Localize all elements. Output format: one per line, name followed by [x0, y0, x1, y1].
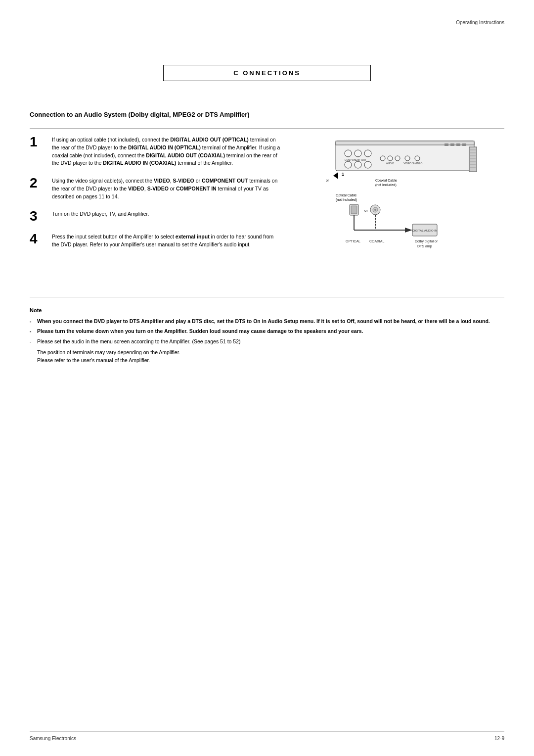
svg-rect-5	[462, 143, 466, 146]
note-item-1: When you connect the DVD player to DTS A…	[30, 318, 504, 324]
svg-point-12	[364, 161, 371, 168]
svg-text:DIGITAL AUDIO IN: DIGITAL AUDIO IN	[412, 229, 438, 232]
step-1-number: 1	[30, 135, 44, 149]
connection-diagram: COMPONENT OUT AUDIO VIDEO S-VIDEO	[306, 136, 494, 289]
svg-text:COAXIAL: COAXIAL	[369, 239, 384, 243]
step-2-text: Using the video signal cable(s), connect…	[52, 177, 281, 200]
step-1: 1 If using an optical cable (not include…	[30, 136, 281, 167]
svg-text:or: or	[326, 179, 329, 182]
svg-text:VIDEO: VIDEO	[403, 162, 411, 165]
footer-left: Samsung Electronics	[30, 736, 76, 741]
note-section: Note When you connect the DVD player to …	[30, 307, 504, 364]
svg-text:OPTICAL: OPTICAL	[346, 239, 360, 243]
svg-text:(not Included): (not Included)	[336, 198, 357, 202]
step-3-text: Turn on the DVD player, TV, and Amplifie…	[52, 210, 281, 218]
svg-point-40	[374, 209, 376, 211]
svg-rect-3	[450, 143, 454, 146]
step-4-number: 4	[30, 232, 44, 246]
step-2-number: 2	[30, 176, 44, 190]
step-3-number: 3	[30, 209, 44, 223]
svg-point-11	[355, 161, 361, 168]
svg-rect-37	[351, 206, 357, 214]
svg-rect-4	[456, 143, 460, 146]
page: Operating Instructions C ONNECTIONS Conn…	[0, 0, 534, 756]
svg-text:S-VIDEO: S-VIDEO	[412, 162, 423, 165]
svg-text:COMPONENT OUT: COMPONENT OUT	[345, 158, 366, 161]
footer-right: 12-9	[494, 736, 504, 741]
header-label: Operating Instructions	[456, 20, 504, 25]
svg-marker-44	[405, 228, 412, 233]
section-heading: Connection to an Audio System (Dolby dig…	[30, 111, 504, 118]
diagram-area: COMPONENT OUT AUDIO VIDEO S-VIDEO	[291, 136, 504, 289]
step-2: 2 Using the video signal cable(s), conne…	[30, 177, 281, 200]
svg-point-19	[415, 156, 420, 161]
svg-point-17	[405, 156, 410, 161]
svg-text:DTS amp: DTS amp	[417, 244, 432, 248]
page-title: C ONNECTIONS	[163, 65, 371, 81]
step-4-text: Press the input select button of the Amp…	[52, 233, 281, 249]
svg-text:1: 1	[342, 172, 344, 177]
svg-text:Coaxial Cable: Coaxial Cable	[375, 179, 397, 182]
svg-point-10	[345, 161, 352, 168]
note-item-3: Please set the audio in the menu screen …	[30, 338, 504, 346]
note-title: Note	[30, 307, 504, 313]
title-container: C ONNECTIONS	[30, 65, 504, 96]
svg-text:Optical Cable: Optical Cable	[336, 193, 356, 197]
svg-text:(not Included): (not Included)	[375, 183, 397, 187]
steps-container: 1 If using an optical cable (not include…	[30, 136, 291, 289]
svg-text:or: or	[364, 208, 368, 213]
note-item-2: Please turn the volume down when you tur…	[30, 328, 504, 334]
svg-point-8	[364, 150, 371, 157]
svg-text:AUDIO: AUDIO	[386, 162, 394, 165]
svg-point-13	[380, 156, 385, 161]
note-item-4: The position of terminals may vary depen…	[30, 349, 504, 365]
svg-marker-29	[333, 172, 338, 179]
step-3: 3 Turn on the DVD player, TV, and Amplif…	[30, 210, 281, 223]
step-4: 4 Press the input select button of the A…	[30, 233, 281, 249]
svg-point-6	[345, 150, 352, 157]
svg-rect-2	[445, 143, 448, 146]
svg-text:Dolby digital or: Dolby digital or	[415, 239, 438, 243]
page-footer: Samsung Electronics 12-9	[30, 731, 504, 741]
page-header: Operating Instructions	[30, 20, 504, 25]
step-1-text: If using an optical cable (not included)…	[52, 136, 281, 167]
svg-point-14	[388, 156, 393, 161]
content-area: 1 If using an optical cable (not include…	[30, 128, 504, 297]
svg-point-15	[395, 156, 400, 161]
svg-point-7	[355, 150, 361, 157]
